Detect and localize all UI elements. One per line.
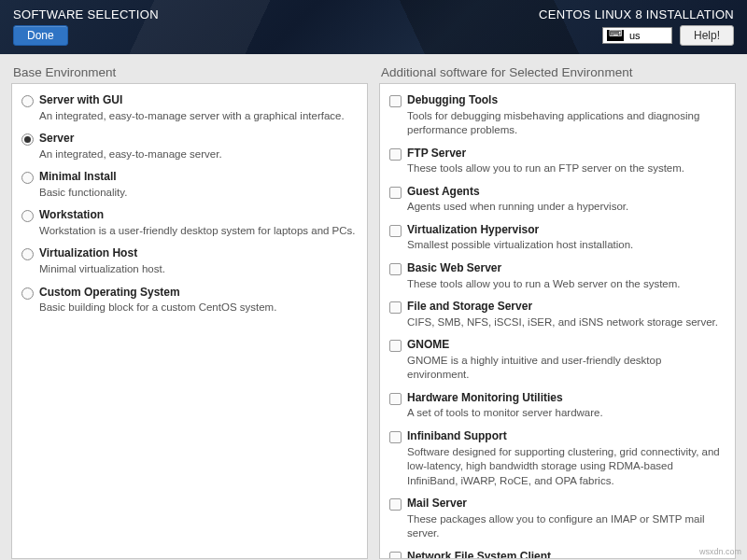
addon-option[interactable]: Guest AgentsAgents used when running und…	[388, 181, 727, 219]
watermark: wsxdn.com	[699, 547, 741, 556]
addon-option[interactable]: Network File System ClientEnables the sy…	[388, 546, 727, 559]
option-desc: Basic functionality.	[39, 186, 358, 201]
checkbox-icon[interactable]	[389, 431, 402, 443]
addon-option[interactable]: Debugging ToolsTools for debugging misbe…	[388, 90, 727, 143]
option-name: Network File System Client	[407, 550, 726, 559]
radio-icon[interactable]	[21, 287, 34, 300]
checkbox-icon[interactable]	[389, 263, 402, 275]
checkbox-icon[interactable]	[389, 552, 402, 559]
help-button[interactable]: Help!	[680, 25, 734, 46]
radio-icon[interactable]	[21, 210, 34, 222]
option-desc: Smallest possible virtualization host in…	[407, 238, 726, 253]
option-desc: These tools allow you to run an FTP serv…	[407, 161, 726, 176]
option-name: FTP Server	[407, 147, 726, 161]
radio-icon[interactable]	[21, 248, 34, 260]
checkbox-icon[interactable]	[389, 498, 402, 511]
option-name: Custom Operating System	[39, 286, 358, 301]
addon-option[interactable]: Infiniband SupportSoftware designed for …	[388, 426, 727, 493]
option-name: Infiniband Support	[407, 429, 726, 444]
option-desc: An integrated, easy-to-manage server.	[39, 147, 358, 162]
option-name: Workstation	[39, 208, 358, 223]
option-name: Guest Agents	[407, 185, 726, 200]
keyboard-layout-selector[interactable]: us	[602, 27, 672, 44]
option-desc: An integrated, easy-to-manage server wit…	[39, 109, 358, 124]
checkbox-icon[interactable]	[389, 95, 402, 107]
addon-option[interactable]: Virtualization HypervisorSmallest possib…	[388, 219, 727, 258]
option-name: File and Storage Server	[407, 300, 726, 315]
addon-list: Debugging ToolsTools for debugging misbe…	[379, 83, 736, 559]
checkbox-icon[interactable]	[389, 225, 402, 237]
checkbox-icon[interactable]	[389, 301, 402, 314]
base-env-option[interactable]: Virtualization HostMinimal virtualizatio…	[20, 243, 359, 281]
base-environment-heading: Base Environment	[11, 65, 368, 83]
option-desc: Workstation is a user-friendly desktop s…	[39, 224, 358, 239]
option-desc: A set of tools to monitor server hardwar…	[407, 406, 726, 421]
option-desc: These packages allow you to configure an…	[407, 512, 726, 541]
base-env-option[interactable]: Minimal InstallBasic functionality.	[20, 166, 359, 204]
option-desc: GNOME is a highly intuitive and user-fri…	[407, 354, 726, 383]
base-env-option[interactable]: ServerAn integrated, easy-to-manage serv…	[20, 128, 359, 166]
checkbox-icon[interactable]	[389, 148, 402, 161]
addon-option[interactable]: FTP ServerThese tools allow you to run a…	[388, 143, 727, 181]
addon-option[interactable]: File and Storage ServerCIFS, SMB, NFS, i…	[388, 296, 727, 334]
option-name: Virtualization Host	[39, 246, 358, 261]
addon-heading: Additional software for Selected Environ…	[379, 65, 736, 83]
option-desc: Software designed for supporting cluster…	[407, 445, 726, 489]
option-name: Minimal Install	[39, 170, 358, 185]
option-desc: Tools for debugging misbehaving applicat…	[407, 109, 726, 138]
keyboard-icon	[607, 30, 624, 41]
option-name: Server	[39, 132, 358, 147]
done-button[interactable]: Done	[13, 25, 68, 46]
option-desc: Basic building block for a custom CentOS…	[39, 301, 358, 315]
addon-option[interactable]: Basic Web ServerThese tools allow you to…	[388, 258, 727, 296]
radio-icon[interactable]	[21, 133, 34, 146]
checkbox-icon[interactable]	[389, 393, 402, 405]
radio-icon[interactable]	[21, 95, 34, 107]
addon-option[interactable]: Hardware Monitoring UtilitiesA set of to…	[388, 387, 727, 426]
base-env-option[interactable]: Custom Operating SystemBasic building bl…	[20, 282, 359, 320]
checkbox-icon[interactable]	[389, 340, 402, 352]
addon-option[interactable]: GNOMEGNOME is a highly intuitive and use…	[388, 334, 727, 387]
radio-icon[interactable]	[21, 172, 34, 184]
option-name: Basic Web Server	[407, 261, 726, 276]
content-area: Base Environment Server with GUIAn integ…	[0, 54, 747, 560]
keyboard-layout-label: us	[629, 30, 641, 41]
option-name: Hardware Monitoring Utilities	[407, 391, 726, 406]
page-title: SOFTWARE SELECTION	[13, 7, 159, 21]
option-name: Virtualization Hypervisor	[407, 223, 726, 238]
option-name: GNOME	[407, 338, 726, 353]
checkbox-icon[interactable]	[389, 187, 402, 199]
option-name: Server with GUI	[39, 93, 358, 108]
installer-title: CENTOS LINUX 8 INSTALLATION	[539, 7, 734, 21]
option-name: Debugging Tools	[407, 93, 726, 108]
option-name: Mail Server	[407, 497, 726, 511]
base-env-option[interactable]: WorkstationWorkstation is a user-friendl…	[20, 204, 359, 243]
option-desc: These tools allow you to run a Web serve…	[407, 277, 726, 292]
header-bar: SOFTWARE SELECTION Done CENTOS LINUX 8 I…	[0, 0, 747, 54]
base-env-option[interactable]: Server with GUIAn integrated, easy-to-ma…	[20, 90, 359, 128]
option-desc: CIFS, SMB, NFS, iSCSI, iSER, and iSNS ne…	[407, 315, 726, 330]
addon-option[interactable]: Mail ServerThese packages allow you to c…	[388, 493, 727, 546]
option-desc: Minimal virtualization host.	[39, 262, 358, 277]
option-desc: Agents used when running under a hypervi…	[407, 200, 726, 215]
base-environment-list: Server with GUIAn integrated, easy-to-ma…	[11, 83, 368, 559]
